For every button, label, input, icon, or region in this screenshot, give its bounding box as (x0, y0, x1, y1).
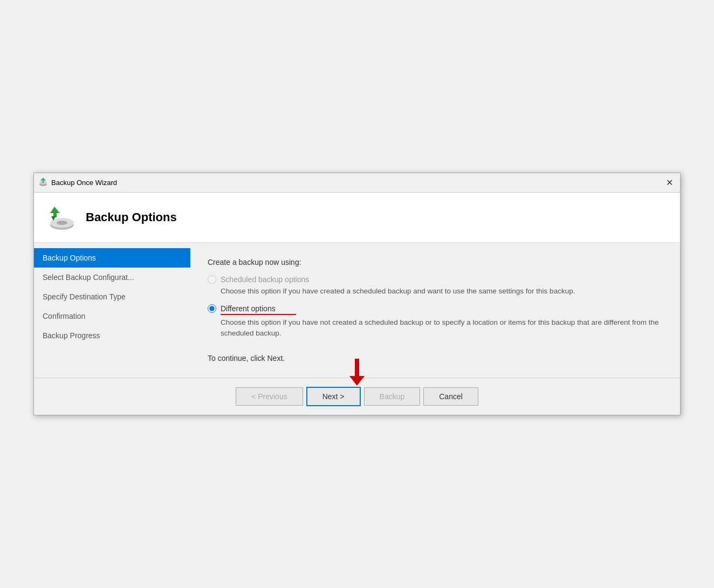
title-bar: Backup Once Wizard ✕ (34, 173, 680, 193)
footer-buttons: < Previous Next > Backup Cancel (236, 387, 478, 406)
footer-area: < Previous Next > Backup Cancel (34, 378, 680, 415)
radio-label-different: Different options (221, 304, 276, 313)
radio-different[interactable] (208, 304, 216, 313)
sidebar: Backup Options Select Backup Configurat.… (34, 243, 190, 378)
title-bar-text: Backup Once Wizard (51, 179, 117, 187)
next-arrow-indicator (349, 359, 365, 386)
radio-description-scheduled: Choose this option if you have created a… (221, 286, 663, 297)
radio-row-scheduled: Scheduled backup options (208, 275, 663, 284)
title-bar-left: Backup Once Wizard (38, 177, 117, 187)
svg-point-5 (57, 221, 67, 225)
next-button[interactable]: Next > (306, 387, 361, 406)
sidebar-item-specify-destination-type[interactable]: Specify Destination Type (34, 287, 190, 306)
intro-text: Create a backup now using: (208, 258, 663, 266)
radio-label-scheduled: Scheduled backup options (221, 275, 309, 284)
previous-button[interactable]: < Previous (236, 387, 303, 406)
main-panel: Create a backup now using: Scheduled bac… (190, 243, 680, 378)
sidebar-item-select-backup-config[interactable]: Select Backup Configurat... (34, 268, 190, 287)
radio-row-different: Different options (208, 304, 663, 313)
backup-button[interactable]: Backup (364, 387, 421, 406)
radio-description-different: Choose this option if you have not creat… (221, 317, 663, 339)
radio-scheduled[interactable] (208, 275, 216, 284)
backup-wizard-icon (45, 201, 77, 234)
sidebar-item-backup-progress[interactable]: Backup Progress (34, 326, 190, 345)
radio-item-scheduled: Scheduled backup options Choose this opt… (208, 275, 663, 297)
cancel-button[interactable]: Cancel (423, 387, 478, 406)
sidebar-item-confirmation[interactable]: Confirmation (34, 306, 190, 326)
header-area: Backup Options (34, 193, 680, 243)
wizard-window: Backup Once Wizard ✕ Backup Options Back… (33, 173, 681, 416)
radio-group: Scheduled backup options Choose this opt… (208, 275, 663, 339)
arrow-head (349, 376, 365, 386)
close-button[interactable]: ✕ (663, 176, 676, 189)
radio-item-different: Different options Choose this option if … (208, 304, 663, 339)
continue-text: To continue, click Next. (208, 354, 663, 363)
sidebar-item-backup-options[interactable]: Backup Options (34, 248, 190, 268)
selected-underline (221, 314, 296, 315)
content-area: Backup Options Select Backup Configurat.… (34, 243, 680, 378)
wizard-title: Backup Options (86, 210, 177, 224)
arrow-shaft (355, 359, 359, 376)
title-bar-icon (38, 177, 48, 187)
